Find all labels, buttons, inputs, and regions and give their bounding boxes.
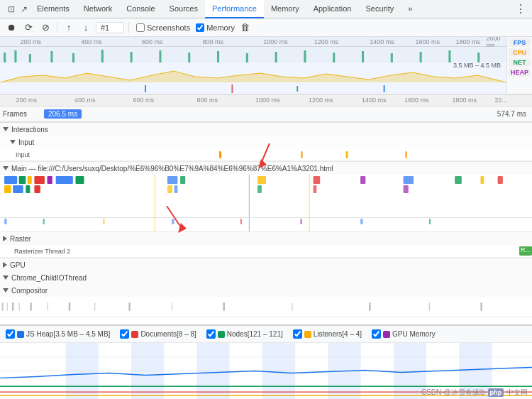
svg-rect-68 xyxy=(429,219,431,224)
tab-sources[interactable]: Sources xyxy=(162,0,205,18)
legend-nodes: Nodes[121 – 121] xyxy=(206,329,283,339)
svg-rect-33 xyxy=(19,176,26,184)
gpu-triangle xyxy=(3,262,7,268)
input-canvas xyxy=(85,148,532,160)
raster-track: Rasterizer Thread 2 R... xyxy=(0,245,532,258)
svg-rect-58 xyxy=(314,185,317,193)
detail-tick-2000: 22... xyxy=(495,97,508,104)
svg-rect-35 xyxy=(34,176,45,184)
child-io-header[interactable]: Chrome_ChildIOThread xyxy=(0,271,532,284)
svg-rect-73 xyxy=(30,302,31,311)
memory-toggle[interactable]: Memory xyxy=(196,23,235,32)
svg-rect-41 xyxy=(26,185,30,193)
cn-label: 中文网 xyxy=(506,388,528,398)
screenshots-toggle[interactable]: Screenshots xyxy=(136,23,190,32)
compositor-label: Compositor xyxy=(11,287,48,295)
tab-performance[interactable]: Performance xyxy=(205,0,264,18)
frames-label: Frames xyxy=(3,110,38,118)
rasterizer-canvas: R... xyxy=(85,245,532,257)
svg-rect-71 xyxy=(12,302,13,311)
record-button[interactable]: ⏺ xyxy=(4,21,18,35)
memory-legend: JS Heap[3.5 MB – 4.5 MB] Documents[8 – 8… xyxy=(0,326,532,343)
tab-network[interactable]: Network xyxy=(77,0,119,18)
interactions-section: Interactions Input Input xyxy=(0,123,532,162)
clear-icon[interactable]: 🗑 xyxy=(240,22,250,33)
svg-rect-67 xyxy=(360,219,363,224)
svg-rect-65 xyxy=(240,219,242,224)
svg-rect-52 xyxy=(455,176,462,184)
svg-rect-90 xyxy=(65,343,98,399)
svg-rect-24 xyxy=(297,86,298,92)
main-header[interactable]: Main — file:///C:/Users/suxq/Desktop/%E6… xyxy=(0,162,532,175)
devtools-options-icon[interactable]: ⋮ xyxy=(512,2,529,16)
fps-label: FPS xyxy=(509,38,531,47)
legend-documents-label: Documents[8 – 8] xyxy=(140,330,196,338)
svg-rect-72 xyxy=(19,302,20,311)
compositor-header[interactable]: Compositor xyxy=(0,284,532,297)
raster-section: Raster Rasterizer Thread 2 R... xyxy=(0,232,532,258)
gpu-header[interactable]: GPU xyxy=(0,258,532,271)
legend-listeners-checkbox[interactable] xyxy=(293,329,302,339)
svg-rect-62 xyxy=(43,219,44,224)
detail-tick-1000: 1000 ms xyxy=(255,97,280,104)
legend-listeners: Listeners[4 – 4] xyxy=(293,329,362,339)
memory-checkbox[interactable] xyxy=(196,23,204,32)
reload-button[interactable]: ⟳ xyxy=(21,21,35,35)
watermark: CSDN-@冰雪奇缘lb php 中文网 xyxy=(421,388,528,398)
net-chart xyxy=(0,82,506,94)
detail-tick-1200: 1200 ms xyxy=(309,97,333,104)
time-tick-1400: 1400 ms xyxy=(370,38,394,45)
legend-gpu-memory-dot xyxy=(383,331,390,338)
devtools-icon-1[interactable]: ⊡ xyxy=(6,4,17,15)
input-triangle xyxy=(10,140,16,144)
stop-button[interactable]: ⊘ xyxy=(38,21,52,35)
svg-rect-28 xyxy=(219,151,221,158)
child-io-triangle xyxy=(3,275,9,280)
tab-memory[interactable]: Memory xyxy=(264,0,306,18)
svg-rect-23 xyxy=(231,84,233,93)
svg-rect-30 xyxy=(346,151,348,158)
upload-button[interactable]: ↑ xyxy=(62,21,76,35)
download-button[interactable]: ↓ xyxy=(79,21,93,35)
net-label: NET xyxy=(509,58,531,67)
detail-tick-1800: 1800 ms xyxy=(453,97,477,104)
svg-rect-11 xyxy=(246,53,248,62)
svg-rect-42 xyxy=(34,185,40,193)
main-section: Main — file:///C:/Users/suxq/Desktop/%E6… xyxy=(0,162,532,232)
svg-rect-83 xyxy=(480,302,482,311)
legend-js-heap-checkbox[interactable] xyxy=(6,329,15,339)
raster-header[interactable]: Raster xyxy=(0,232,532,245)
fps-chart xyxy=(0,47,506,62)
tab-elements[interactable]: Elements xyxy=(30,0,77,18)
svg-rect-37 xyxy=(56,176,73,184)
svg-rect-64 xyxy=(172,219,174,224)
tab-console[interactable]: Console xyxy=(119,0,162,18)
time-tick-400: 400 ms xyxy=(81,38,102,45)
screenshots-label: Screenshots xyxy=(147,23,190,32)
overview-timeline: 200 ms 400 ms 600 ms 800 ms 1000 ms 1200… xyxy=(0,37,532,95)
svg-rect-77 xyxy=(128,302,130,311)
compositor-track xyxy=(0,297,532,317)
svg-rect-61 xyxy=(4,219,7,224)
svg-rect-53 xyxy=(480,176,484,184)
legend-gpu-memory: GPU Memory xyxy=(372,329,436,339)
svg-rect-46 xyxy=(167,176,178,184)
tab-more[interactable]: » xyxy=(401,0,419,18)
legend-listeners-label: Listeners[4 – 4] xyxy=(314,330,362,338)
devtools-icon-2[interactable]: ↗ xyxy=(18,4,30,15)
tab-security[interactable]: Security xyxy=(358,0,401,18)
detail-tick-600: 600 ms xyxy=(133,97,155,104)
legend-nodes-checkbox[interactable] xyxy=(206,329,216,339)
detail-tick-400: 400 ms xyxy=(74,97,96,104)
svg-rect-51 xyxy=(404,176,414,184)
interactions-header[interactable]: Interactions xyxy=(0,123,532,136)
tab-application[interactable]: Application xyxy=(306,0,359,18)
legend-gpu-memory-checkbox[interactable] xyxy=(372,329,381,339)
input-header[interactable]: Input xyxy=(0,136,532,148)
screenshots-checkbox[interactable] xyxy=(136,23,145,32)
svg-rect-3 xyxy=(29,54,31,62)
legend-documents-checkbox[interactable] xyxy=(120,329,129,339)
overview-chart[interactable]: 200 ms 400 ms 600 ms 800 ms 1000 ms 1200… xyxy=(0,37,506,94)
svg-rect-57 xyxy=(257,185,262,193)
detail-tick-800: 800 ms xyxy=(197,97,218,104)
